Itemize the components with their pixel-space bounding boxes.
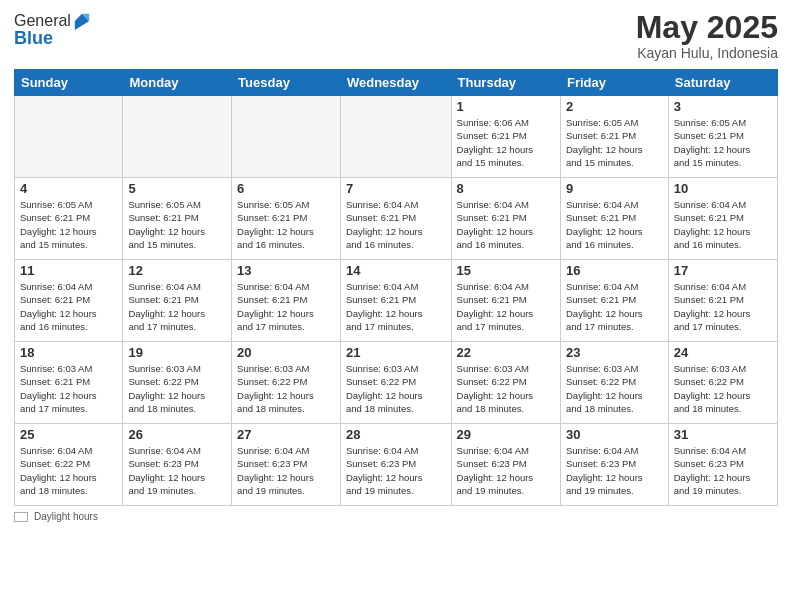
- day-info: Sunrise: 6:04 AM Sunset: 6:21 PM Dayligh…: [674, 280, 772, 333]
- day-info: Sunrise: 6:03 AM Sunset: 6:22 PM Dayligh…: [674, 362, 772, 415]
- day-info: Sunrise: 6:03 AM Sunset: 6:22 PM Dayligh…: [237, 362, 335, 415]
- calendar-cell: [15, 96, 123, 178]
- calendar-week-1: 1Sunrise: 6:06 AM Sunset: 6:21 PM Daylig…: [15, 96, 778, 178]
- day-info: Sunrise: 6:05 AM Sunset: 6:21 PM Dayligh…: [237, 198, 335, 251]
- calendar-cell: 17Sunrise: 6:04 AM Sunset: 6:21 PM Dayli…: [668, 260, 777, 342]
- day-header-monday: Monday: [123, 70, 232, 96]
- calendar-cell: 23Sunrise: 6:03 AM Sunset: 6:22 PM Dayli…: [560, 342, 668, 424]
- day-number: 7: [346, 181, 446, 196]
- day-info: Sunrise: 6:04 AM Sunset: 6:21 PM Dayligh…: [457, 280, 555, 333]
- calendar-cell: 31Sunrise: 6:04 AM Sunset: 6:23 PM Dayli…: [668, 424, 777, 506]
- calendar-cell: 27Sunrise: 6:04 AM Sunset: 6:23 PM Dayli…: [232, 424, 341, 506]
- day-number: 3: [674, 99, 772, 114]
- calendar-cell: 29Sunrise: 6:04 AM Sunset: 6:23 PM Dayli…: [451, 424, 560, 506]
- day-number: 21: [346, 345, 446, 360]
- calendar-cell: 7Sunrise: 6:04 AM Sunset: 6:21 PM Daylig…: [340, 178, 451, 260]
- day-info: Sunrise: 6:05 AM Sunset: 6:21 PM Dayligh…: [566, 116, 663, 169]
- day-number: 28: [346, 427, 446, 442]
- calendar-cell: 10Sunrise: 6:04 AM Sunset: 6:21 PM Dayli…: [668, 178, 777, 260]
- day-info: Sunrise: 6:04 AM Sunset: 6:21 PM Dayligh…: [674, 198, 772, 251]
- day-info: Sunrise: 6:05 AM Sunset: 6:21 PM Dayligh…: [128, 198, 226, 251]
- calendar-cell: 12Sunrise: 6:04 AM Sunset: 6:21 PM Dayli…: [123, 260, 232, 342]
- day-header-saturday: Saturday: [668, 70, 777, 96]
- day-info: Sunrise: 6:04 AM Sunset: 6:23 PM Dayligh…: [346, 444, 446, 497]
- calendar-cell: 28Sunrise: 6:04 AM Sunset: 6:23 PM Dayli…: [340, 424, 451, 506]
- day-number: 16: [566, 263, 663, 278]
- day-info: Sunrise: 6:03 AM Sunset: 6:22 PM Dayligh…: [566, 362, 663, 415]
- day-number: 14: [346, 263, 446, 278]
- calendar-cell: 13Sunrise: 6:04 AM Sunset: 6:21 PM Dayli…: [232, 260, 341, 342]
- calendar-cell: 30Sunrise: 6:04 AM Sunset: 6:23 PM Dayli…: [560, 424, 668, 506]
- day-number: 9: [566, 181, 663, 196]
- day-header-thursday: Thursday: [451, 70, 560, 96]
- footer: Daylight hours: [14, 511, 778, 522]
- calendar-cell: 5Sunrise: 6:05 AM Sunset: 6:21 PM Daylig…: [123, 178, 232, 260]
- day-info: Sunrise: 6:04 AM Sunset: 6:23 PM Dayligh…: [566, 444, 663, 497]
- calendar-cell: 11Sunrise: 6:04 AM Sunset: 6:21 PM Dayli…: [15, 260, 123, 342]
- calendar-cell: 6Sunrise: 6:05 AM Sunset: 6:21 PM Daylig…: [232, 178, 341, 260]
- day-number: 24: [674, 345, 772, 360]
- day-info: Sunrise: 6:04 AM Sunset: 6:21 PM Dayligh…: [237, 280, 335, 333]
- day-info: Sunrise: 6:04 AM Sunset: 6:21 PM Dayligh…: [566, 198, 663, 251]
- day-number: 8: [457, 181, 555, 196]
- legend-label: Daylight hours: [34, 511, 98, 522]
- day-number: 6: [237, 181, 335, 196]
- calendar-week-5: 25Sunrise: 6:04 AM Sunset: 6:22 PM Dayli…: [15, 424, 778, 506]
- day-info: Sunrise: 6:04 AM Sunset: 6:23 PM Dayligh…: [237, 444, 335, 497]
- day-number: 15: [457, 263, 555, 278]
- day-info: Sunrise: 6:05 AM Sunset: 6:21 PM Dayligh…: [20, 198, 117, 251]
- day-number: 30: [566, 427, 663, 442]
- day-header-wednesday: Wednesday: [340, 70, 451, 96]
- header: General Blue May 2025 Kayan Hulu, Indone…: [14, 10, 778, 61]
- day-info: Sunrise: 6:04 AM Sunset: 6:21 PM Dayligh…: [457, 198, 555, 251]
- calendar-cell: 9Sunrise: 6:04 AM Sunset: 6:21 PM Daylig…: [560, 178, 668, 260]
- day-number: 13: [237, 263, 335, 278]
- day-info: Sunrise: 6:04 AM Sunset: 6:23 PM Dayligh…: [674, 444, 772, 497]
- day-number: 5: [128, 181, 226, 196]
- day-header-tuesday: Tuesday: [232, 70, 341, 96]
- calendar-cell: [123, 96, 232, 178]
- day-info: Sunrise: 6:05 AM Sunset: 6:21 PM Dayligh…: [674, 116, 772, 169]
- day-number: 29: [457, 427, 555, 442]
- calendar-week-4: 18Sunrise: 6:03 AM Sunset: 6:21 PM Dayli…: [15, 342, 778, 424]
- day-number: 4: [20, 181, 117, 196]
- calendar-cell: 22Sunrise: 6:03 AM Sunset: 6:22 PM Dayli…: [451, 342, 560, 424]
- day-number: 22: [457, 345, 555, 360]
- subtitle: Kayan Hulu, Indonesia: [636, 45, 778, 61]
- main-title: May 2025: [636, 10, 778, 45]
- day-info: Sunrise: 6:04 AM Sunset: 6:21 PM Dayligh…: [128, 280, 226, 333]
- day-number: 25: [20, 427, 117, 442]
- calendar-cell: 3Sunrise: 6:05 AM Sunset: 6:21 PM Daylig…: [668, 96, 777, 178]
- day-number: 27: [237, 427, 335, 442]
- day-info: Sunrise: 6:04 AM Sunset: 6:22 PM Dayligh…: [20, 444, 117, 497]
- calendar-cell: 26Sunrise: 6:04 AM Sunset: 6:23 PM Dayli…: [123, 424, 232, 506]
- logo: General Blue: [14, 10, 91, 49]
- day-number: 31: [674, 427, 772, 442]
- calendar-cell: [232, 96, 341, 178]
- day-number: 26: [128, 427, 226, 442]
- day-info: Sunrise: 6:06 AM Sunset: 6:21 PM Dayligh…: [457, 116, 555, 169]
- calendar-cell: 16Sunrise: 6:04 AM Sunset: 6:21 PM Dayli…: [560, 260, 668, 342]
- day-number: 20: [237, 345, 335, 360]
- day-number: 1: [457, 99, 555, 114]
- day-info: Sunrise: 6:04 AM Sunset: 6:21 PM Dayligh…: [346, 280, 446, 333]
- calendar-cell: 15Sunrise: 6:04 AM Sunset: 6:21 PM Dayli…: [451, 260, 560, 342]
- day-number: 12: [128, 263, 226, 278]
- day-info: Sunrise: 6:03 AM Sunset: 6:22 PM Dayligh…: [457, 362, 555, 415]
- day-header-friday: Friday: [560, 70, 668, 96]
- calendar-cell: 25Sunrise: 6:04 AM Sunset: 6:22 PM Dayli…: [15, 424, 123, 506]
- day-number: 23: [566, 345, 663, 360]
- calendar-cell: 19Sunrise: 6:03 AM Sunset: 6:22 PM Dayli…: [123, 342, 232, 424]
- day-number: 17: [674, 263, 772, 278]
- logo-icon: [73, 10, 91, 32]
- day-info: Sunrise: 6:04 AM Sunset: 6:21 PM Dayligh…: [20, 280, 117, 333]
- page: General Blue May 2025 Kayan Hulu, Indone…: [0, 0, 792, 612]
- calendar-cell: 4Sunrise: 6:05 AM Sunset: 6:21 PM Daylig…: [15, 178, 123, 260]
- day-info: Sunrise: 6:04 AM Sunset: 6:21 PM Dayligh…: [346, 198, 446, 251]
- day-info: Sunrise: 6:03 AM Sunset: 6:21 PM Dayligh…: [20, 362, 117, 415]
- calendar-cell: 2Sunrise: 6:05 AM Sunset: 6:21 PM Daylig…: [560, 96, 668, 178]
- calendar-cell: 24Sunrise: 6:03 AM Sunset: 6:22 PM Dayli…: [668, 342, 777, 424]
- day-header-sunday: Sunday: [15, 70, 123, 96]
- calendar: SundayMondayTuesdayWednesdayThursdayFrid…: [14, 69, 778, 506]
- day-info: Sunrise: 6:03 AM Sunset: 6:22 PM Dayligh…: [346, 362, 446, 415]
